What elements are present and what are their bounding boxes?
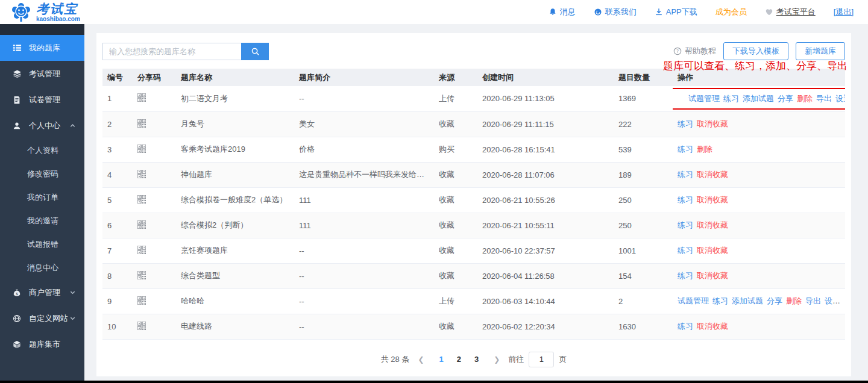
op-link[interactable]: 删除 — [697, 145, 712, 154]
sidebar-item[interactable]: 试卷管理 — [0, 87, 84, 113]
content-panel: ? 帮助教程 下载导入模板 新增题库 题库可以查看、练习，添加、分享、导出 编号… — [96, 33, 851, 376]
sidebar-item[interactable]: 自定义网站 — [0, 305, 84, 331]
op-link[interactable]: 设置 — [825, 296, 840, 305]
cell-source: 收藏 — [434, 263, 477, 288]
sidebar-item[interactable]: 试题报错 — [0, 232, 84, 256]
cell-id: 5 — [102, 187, 133, 213]
op-link[interactable]: 练习 — [723, 93, 739, 104]
cell-source: 收藏 — [434, 187, 477, 213]
qr-code-icon[interactable] — [137, 271, 146, 279]
qr-code-icon[interactable] — [137, 170, 146, 178]
op-link[interactable]: 练习 — [678, 322, 693, 331]
op-link[interactable]: 导出 — [805, 296, 821, 305]
next-page-arrow[interactable]: ❯ — [494, 355, 500, 364]
sidebar-item[interactable]: $商户管理 — [0, 279, 84, 305]
qr-code-icon[interactable] — [137, 246, 146, 254]
op-link[interactable]: 分享 — [778, 93, 793, 104]
cell-question-count: 539 — [614, 137, 673, 162]
op-link[interactable]: 删除 — [797, 93, 813, 104]
op-link[interactable]: 练习 — [678, 271, 693, 280]
cell-created-time: 2020-06-02 12:20:34 — [477, 314, 614, 339]
table-row: 8综合类题型--收藏2020-06-04 11:26:58154练习取消收藏 — [102, 263, 845, 288]
prev-page-arrow[interactable]: ❮ — [418, 355, 424, 364]
op-link[interactable]: 取消收藏 — [697, 119, 728, 128]
qr-code-icon[interactable] — [137, 322, 146, 330]
topnav-item[interactable]: 联系我们 — [594, 7, 637, 17]
column-header: 题库名称 — [176, 69, 294, 86]
cell-bank-name: 综合模拟2（判断） — [176, 213, 294, 238]
logo-title: 考试宝 — [36, 2, 80, 15]
cell-bank-name: 电建线路 — [176, 314, 294, 339]
op-link[interactable]: 删除 — [786, 296, 802, 305]
topnav-item[interactable]: 考试宝平台 — [765, 7, 816, 17]
sidebar-item-label: 题库集市 — [29, 339, 60, 350]
sidebar-item[interactable]: 消息中心 — [0, 256, 84, 279]
op-link[interactable]: 分享 — [767, 296, 782, 305]
page-number[interactable]: 3 — [473, 355, 480, 364]
pagination-total: 共 28 条 — [381, 354, 410, 365]
add-bank-button[interactable]: 新增题库 — [796, 42, 845, 60]
op-link[interactable]: 设置 — [835, 93, 845, 104]
cell-bank-name: 神仙题库 — [176, 162, 294, 187]
search-button[interactable] — [241, 43, 269, 60]
op-link[interactable]: 添加试题 — [732, 296, 763, 305]
cell-question-count: 250 — [614, 187, 673, 213]
sidebar-item[interactable]: 修改密码 — [0, 162, 84, 185]
op-link[interactable]: 取消收藏 — [697, 246, 728, 255]
op-link[interactable]: 导出 — [816, 93, 832, 104]
op-link[interactable]: 取消收藏 — [697, 220, 728, 229]
op-link[interactable]: 练习 — [678, 170, 693, 179]
annotation-text: 题库可以查看、练习，添加、分享、导出 — [663, 59, 848, 73]
cell-operations: 练习取消收藏 — [673, 263, 845, 288]
sidebar-item[interactable]: 考试管理 — [0, 61, 84, 87]
op-link[interactable]: 练习 — [678, 246, 693, 255]
topnav-item[interactable]: [退出] — [834, 7, 854, 17]
sidebar-item[interactable]: 我的题库 — [0, 35, 84, 61]
cell-question-count: 1630 — [614, 314, 673, 339]
page-number[interactable]: 2 — [455, 355, 463, 364]
cell-question-count: 1369 — [614, 86, 673, 111]
topnav-item[interactable]: APP下载 — [655, 7, 697, 17]
qr-code-icon[interactable] — [137, 119, 146, 128]
topnav-item[interactable]: 消息 — [549, 7, 576, 17]
sidebar-item[interactable]: 个人中心 — [0, 113, 84, 139]
qr-code-icon[interactable] — [137, 296, 146, 305]
qr-code-icon[interactable] — [137, 93, 146, 102]
op-link[interactable]: 练习 — [678, 220, 693, 229]
qr-code-icon[interactable] — [137, 220, 146, 229]
sidebar-item[interactable]: 题库集市 — [0, 331, 84, 357]
op-link[interactable]: 试题管理 — [678, 296, 709, 305]
op-link[interactable]: 练习 — [678, 145, 693, 154]
goto-page-input[interactable] — [529, 352, 554, 367]
logo-flower-icon — [11, 2, 31, 22]
chevron-up-icon — [69, 122, 76, 129]
cell-operations: 练习删除 — [673, 137, 845, 162]
qr-code-icon[interactable] — [137, 195, 146, 204]
annotation-highlight-box: 试题管理练习添加试题分享删除导出设置 — [673, 88, 845, 110]
cell-created-time: 2020-06-21 10:55:26 — [477, 187, 614, 213]
help-tutorial-link[interactable]: ? 帮助教程 — [673, 46, 716, 57]
cell-source: 上传 — [434, 288, 477, 314]
cell-id: 4 — [102, 162, 133, 187]
search-input[interactable] — [102, 43, 241, 60]
op-link[interactable]: 练习 — [712, 296, 728, 305]
sidebar-item[interactable]: 个人资料 — [0, 139, 84, 162]
op-link[interactable]: 试题管理 — [688, 93, 720, 104]
app-logo[interactable]: 考试宝 kaoshibao.com — [11, 2, 80, 22]
sidebar-item[interactable]: 我的邀请 — [0, 209, 84, 232]
op-link[interactable]: 取消收藏 — [697, 322, 728, 331]
op-link[interactable]: 练习 — [678, 119, 693, 128]
sidebar-item[interactable]: 我的订单 — [0, 185, 84, 209]
headset-icon — [594, 8, 602, 16]
page-number[interactable]: 1 — [437, 355, 445, 364]
qr-code-icon[interactable] — [137, 145, 146, 153]
download-template-button[interactable]: 下载导入模板 — [723, 42, 788, 60]
op-link[interactable]: 取消收藏 — [697, 195, 728, 204]
op-link[interactable]: 取消收藏 — [697, 271, 728, 280]
op-link[interactable]: 添加试题 — [743, 93, 774, 104]
op-link[interactable]: 练习 — [678, 195, 693, 204]
chevron-down-icon[interactable] — [844, 297, 845, 304]
cell-intro: -- — [294, 288, 434, 314]
topnav-item[interactable]: 成为会员 — [715, 7, 747, 17]
op-link[interactable]: 取消收藏 — [697, 170, 728, 179]
